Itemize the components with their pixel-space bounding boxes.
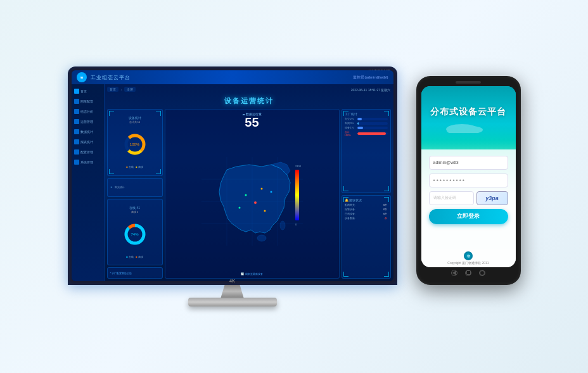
- device-count-number: 55: [242, 116, 262, 129]
- sidebar-item-analysis[interactable]: 组态分析: [72, 107, 104, 116]
- ticker-panel: * 水厂配置警告公告: [107, 267, 163, 279]
- factory-stats-panel: 工厂统计 办公 2% 车间 0%: [342, 109, 391, 193]
- alarm-row-2: 报警设备: 0个: [345, 208, 388, 211]
- alarm-panel: 🔔 建设状况 配网网关: 0个 报警设备:: [342, 195, 391, 279]
- timestamp: 2022-06-11 18:51:27 星期六: [351, 88, 391, 92]
- phone-captcha-placeholder: 请输入验证码: [433, 195, 456, 201]
- svg-point-7: [280, 221, 285, 230]
- alarm-value-3: 0个: [383, 212, 387, 215]
- sidebar-item-home[interactable]: 首页: [72, 87, 104, 96]
- phone-recent-button[interactable]: [479, 270, 485, 276]
- svg-point-8: [254, 201, 257, 204]
- stats-icon: [74, 129, 79, 134]
- phone-captcha-row: 请输入验证码 y3pa: [429, 191, 508, 205]
- svg-point-9: [264, 210, 265, 212]
- breadcrumb: 首页 › 全屏: [107, 87, 136, 92]
- stat-row-2: 车间 0%: [345, 122, 388, 125]
- alarm-value-2: 0个: [383, 208, 387, 211]
- phone-home-icon: [466, 270, 471, 275]
- alarm-value-4: -条: [384, 217, 387, 220]
- alarm-items: 配网网关: 0个 报警设备: 0个 已利设备:: [345, 203, 388, 220]
- svg-point-6: [257, 235, 266, 241]
- sidebar-item-graphic[interactable]: 图形配置: [72, 97, 104, 106]
- svg-point-13: [260, 187, 262, 189]
- alarm-row-4: 设备数量: -条: [345, 217, 388, 220]
- monitor-topbar: 物 工业组态云平台 监控员(admin@wtbl): [72, 70, 393, 84]
- sidebar-label-report: 报表统计: [80, 140, 93, 144]
- monitor-body: 首页 图形配置 组态分析 运营管理: [72, 84, 393, 281]
- device-online-panel: 在线 41 离线 2: [107, 199, 163, 266]
- home-icon: [74, 89, 79, 94]
- sidebar-item-ops[interactable]: 运营管理: [72, 117, 104, 126]
- monitor-user: 监控员(admin@wtbl): [353, 75, 388, 80]
- factory-panel-title: 工厂统计: [345, 112, 388, 116]
- phone-login-form: adimin@wtbl •••••••••• 请输入验证码 y3pa: [421, 149, 516, 249]
- device-panel-label: 设备统计: [129, 116, 141, 120]
- breadcrumb-home[interactable]: 首页: [107, 87, 118, 92]
- alarm-row-3: 已利设备: 0个: [345, 212, 388, 215]
- phone-back-button[interactable]: [451, 270, 457, 276]
- svg-rect-20: [295, 170, 299, 220]
- phone-wrap: 分布式设备云平台 adimin@wtbl: [416, 76, 521, 285]
- manage-icon: [74, 119, 79, 124]
- stat-row-4: 合计 100%: [345, 130, 388, 137]
- phone-captcha-code: y3pa: [485, 195, 499, 201]
- monitor-logo-icon: 物: [77, 72, 87, 82]
- monitor-main: 首页 › 全屏 2022-06-11 18:51:27 星期六 设备运营统计: [105, 84, 393, 281]
- sidebar-label-stats: 数据统计: [80, 130, 93, 134]
- sidebar-label-graphic: 图形配置: [80, 99, 93, 103]
- alarm-label-1: 配网网关:: [345, 203, 355, 206]
- scene: ULTRAHD 物 工业组态云平台 监控员(admin@wtbl): [0, 0, 588, 373]
- device-count-area: ☁ 数据运行量 55: [242, 112, 262, 129]
- device-count-sub: 总计共 11: [129, 120, 141, 123]
- phone-footer-logo: 物: [464, 251, 473, 260]
- chart-icon: [74, 99, 79, 104]
- phone-password-field[interactable]: ••••••••••: [429, 174, 508, 187]
- phone-captcha-image[interactable]: y3pa: [476, 191, 508, 205]
- stat-label-2: 车间 0%: [345, 122, 356, 125]
- phone-copyright: Copyright 厦门物通博联 2011: [447, 261, 489, 265]
- report-icon: [74, 139, 79, 144]
- phone-captcha-input[interactable]: 请输入验证码: [429, 191, 474, 205]
- donut-label-1: 100%: [130, 142, 139, 146]
- sidebar-label-config: 配置管理: [80, 150, 93, 154]
- china-map-container: 2100 0: [168, 131, 336, 271]
- phone-home-button[interactable]: [465, 270, 471, 276]
- phone-password-value: ••••••••••: [433, 177, 466, 184]
- dashboard-title: 设备运营统计: [107, 95, 391, 107]
- weather-label: 阳光统计: [115, 186, 125, 189]
- stat-label-1: 办公 2%: [345, 117, 356, 120]
- phone-speaker: [456, 81, 481, 84]
- phone-back-icon: [452, 270, 456, 275]
- sidebar-item-stats[interactable]: 数据统计: [72, 127, 104, 136]
- monitor-app-title: 工业组态云平台: [91, 74, 131, 81]
- sidebar-label-analysis: 组态分析: [80, 110, 93, 113]
- sidebar-label-home: 首页: [80, 89, 87, 93]
- phone-login-button[interactable]: 立即登录: [429, 209, 508, 224]
- cloud-decoration: [443, 120, 494, 136]
- stat-label-4: 合计 100%: [345, 130, 356, 137]
- sidebar-item-system[interactable]: 系统管理: [72, 158, 104, 167]
- refresh-devices-btn[interactable]: 🔄 刷新至最新设备: [241, 272, 262, 275]
- config-icon: [74, 149, 79, 155]
- sidebar-label-ops: 运营管理: [80, 120, 93, 123]
- sidebar-item-config[interactable]: 配置管理: [72, 148, 104, 156]
- phone-username-field[interactable]: adimin@wtbl: [429, 156, 508, 170]
- alarm-label-4: 设备数量:: [345, 217, 355, 220]
- phone-app-title: 分布式设备云平台: [430, 106, 506, 118]
- donut-legend-1: ■ 在线 ■ 离线: [126, 165, 143, 168]
- donut-label-2: 74%: [131, 232, 138, 236]
- sidebar-item-report[interactable]: 报表统计: [72, 137, 104, 146]
- phone-footer: 物 Copyright 厦门物通博联 2011: [421, 249, 516, 267]
- svg-point-11: [270, 191, 272, 193]
- monitor-screen-border: ULTRAHD 物 工业组态云平台 监控员(admin@wtbl): [68, 66, 397, 285]
- monitor-base: [188, 298, 277, 307]
- system-icon: [74, 160, 79, 165]
- svg-point-10: [245, 194, 246, 196]
- donut-chart-2: 74%: [122, 222, 148, 247]
- monitor-neck: [214, 285, 252, 298]
- donut-chart-1: 100%: [122, 132, 148, 157]
- breadcrumb-fullscreen[interactable]: 全屏: [124, 87, 136, 92]
- stat-label-3: 设备 1%: [345, 126, 356, 129]
- monitor-4k-badge: 4K: [229, 279, 235, 283]
